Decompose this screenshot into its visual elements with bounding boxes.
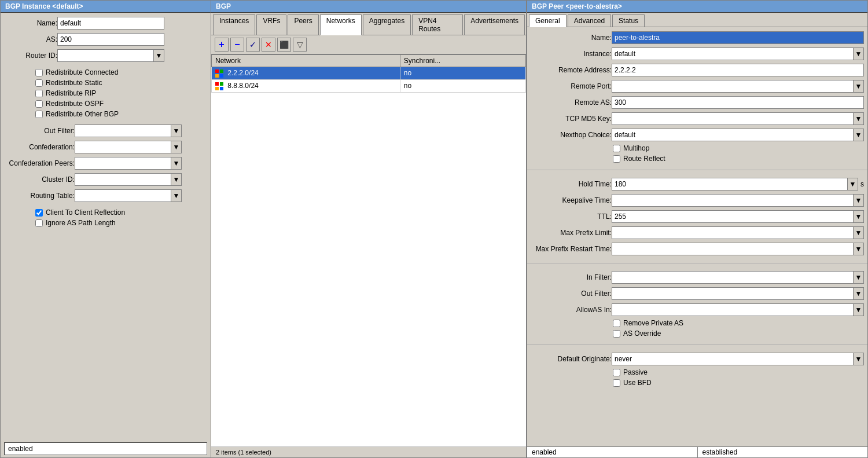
redistribute-connected-label: Redistribute Connected — [46, 68, 118, 76]
peer-instance-input[interactable] — [612, 47, 854, 60]
peer-instance-dropdown-btn[interactable]: ▼ — [854, 47, 864, 60]
cluster-id-input[interactable] — [75, 173, 171, 186]
client-to-client-checkbox[interactable] — [35, 209, 43, 217]
tcp-md5-dropdown-btn[interactable]: ▼ — [854, 112, 864, 125]
cancel-button[interactable]: ✕ — [262, 38, 275, 52]
remove-button[interactable]: − — [230, 38, 244, 52]
remote-port-dropdown-btn[interactable]: ▼ — [854, 80, 864, 93]
as-override-checkbox[interactable] — [613, 330, 620, 338]
ttl-input[interactable] — [612, 210, 854, 223]
tab-status[interactable]: Status — [612, 14, 645, 27]
table-row[interactable]: 2.2.2.0/24 no — [212, 67, 526, 80]
filter-button[interactable]: ▽ — [293, 38, 307, 52]
as-input[interactable] — [57, 33, 164, 46]
add-button[interactable]: + — [215, 38, 229, 52]
out-filter-input[interactable] — [612, 287, 854, 300]
nexthop-dropdown-btn[interactable]: ▼ — [854, 129, 864, 141]
in-filter-input[interactable] — [612, 271, 854, 284]
use-bfd-checkbox[interactable] — [613, 379, 620, 387]
tab-aggregates[interactable]: Aggregates — [363, 14, 411, 35]
routing-table-input[interactable] — [75, 189, 171, 202]
left-status-bar: enabled — [4, 442, 207, 455]
out-filter-dropdown-btn[interactable]: ▼ — [854, 287, 864, 300]
networks-table: Network Synchroni... — [211, 54, 526, 93]
redistribute-static-checkbox[interactable] — [35, 79, 43, 87]
router-id-input[interactable] — [57, 49, 154, 62]
name-label: Name: — [5, 19, 57, 27]
peer-name-input[interactable] — [612, 31, 864, 44]
redistribute-ospf-label: Redistribute OSPF — [46, 100, 104, 108]
remote-as-label: Remote AS: — [531, 98, 612, 107]
default-originate-input[interactable] — [612, 353, 854, 365]
remote-address-input[interactable] — [612, 64, 864, 76]
use-bfd-label: Use BFD — [623, 379, 652, 387]
confederation-input[interactable] — [75, 141, 171, 153]
remote-port-input[interactable] — [612, 80, 854, 93]
redistribute-ospf-checkbox[interactable] — [35, 100, 43, 108]
svg-rect-0 — [215, 69, 219, 73]
redistribute-static-label: Redistribute Static — [46, 79, 102, 87]
client-to-client-row: Client To Client Reflection — [1, 207, 211, 218]
redistribute-other-bgp-checkbox[interactable] — [35, 111, 43, 118]
cluster-id-label: Cluster ID: — [5, 175, 75, 184]
as-override-row: AS Override — [527, 328, 867, 339]
table-row[interactable]: 8.8.8.0/24 no — [212, 79, 526, 92]
allow-as-input[interactable] — [612, 303, 854, 316]
peer-name-wrap — [612, 31, 864, 44]
keepalive-input[interactable] — [612, 194, 854, 207]
tab-instances[interactable]: Instances — [213, 14, 255, 35]
redistribute-rip-checkbox[interactable] — [35, 90, 43, 97]
confederation-peers-label: Confederation Peers: — [5, 159, 75, 167]
route-reflect-checkbox[interactable] — [613, 155, 620, 163]
hold-time-input[interactable] — [612, 178, 848, 190]
max-prefix-restart-dropdown-btn[interactable]: ▼ — [854, 243, 864, 255]
remote-as-input[interactable] — [612, 96, 864, 109]
tab-general[interactable]: General — [529, 14, 567, 27]
out-filter-dropdown-btn[interactable]: ▼ — [171, 124, 182, 137]
remove-private-as-checkbox[interactable] — [613, 320, 620, 327]
ttl-dropdown-btn[interactable]: ▼ — [854, 210, 864, 223]
sync-cell: no — [400, 67, 525, 80]
tcp-md5-input[interactable] — [612, 112, 854, 125]
default-originate-dropdown-btn[interactable]: ▼ — [854, 353, 864, 365]
max-prefix-dropdown-btn[interactable]: ▼ — [854, 226, 864, 239]
copy-button[interactable]: ⬛ — [277, 38, 291, 52]
passive-checkbox[interactable] — [613, 369, 620, 376]
name-input[interactable] — [57, 17, 164, 30]
tab-vrfs[interactable]: VRFs — [256, 14, 286, 35]
router-id-dropdown-btn[interactable]: ▼ — [154, 49, 164, 62]
ignore-as-path-checkbox[interactable] — [35, 219, 43, 227]
cluster-id-dropdown-btn[interactable]: ▼ — [171, 173, 182, 186]
nexthop-input[interactable] — [612, 129, 854, 141]
redistribute-connected-checkbox[interactable] — [35, 69, 43, 76]
max-prefix-input[interactable] — [612, 226, 854, 239]
confederation-peers-dropdown-btn[interactable]: ▼ — [171, 157, 182, 170]
in-filter-wrap: ▼ — [612, 271, 864, 284]
col-network: Network — [212, 55, 400, 67]
allow-as-dropdown-btn[interactable]: ▼ — [854, 303, 864, 316]
out-filter-input[interactable] — [75, 124, 171, 137]
sync-cell: no — [400, 79, 525, 92]
ttl-wrap: ▼ — [612, 210, 864, 223]
hold-time-dropdown-btn[interactable]: ▼ — [848, 178, 858, 190]
network-icon — [215, 69, 223, 78]
as-label: AS: — [5, 35, 57, 43]
col-sync: Synchroni... — [400, 55, 525, 67]
bgp-panel-title: BGP — [211, 1, 526, 13]
max-prefix-restart-label: Max Prefix Restart Time: — [531, 245, 612, 253]
apply-button[interactable]: ✓ — [246, 38, 260, 52]
confederation-dropdown-btn[interactable]: ▼ — [171, 141, 182, 153]
tab-networks[interactable]: Networks — [320, 14, 362, 35]
keepalive-dropdown-btn[interactable]: ▼ — [854, 194, 864, 207]
bgp-panel: BGP Instances VRFs Peers Networks Aggreg… — [211, 0, 527, 458]
tab-advertisements[interactable]: Advertisements — [464, 14, 525, 35]
max-prefix-restart-wrap: ▼ — [612, 243, 864, 255]
multihop-checkbox[interactable] — [613, 145, 620, 152]
max-prefix-restart-input[interactable] — [612, 243, 854, 255]
in-filter-dropdown-btn[interactable]: ▼ — [854, 271, 864, 284]
tab-vpn4-routes[interactable]: VPN4 Routes — [412, 14, 463, 35]
routing-table-dropdown-btn[interactable]: ▼ — [171, 189, 182, 202]
confederation-peers-input[interactable] — [75, 157, 171, 170]
tab-peers[interactable]: Peers — [288, 14, 318, 35]
tab-advanced[interactable]: Advanced — [568, 14, 611, 27]
